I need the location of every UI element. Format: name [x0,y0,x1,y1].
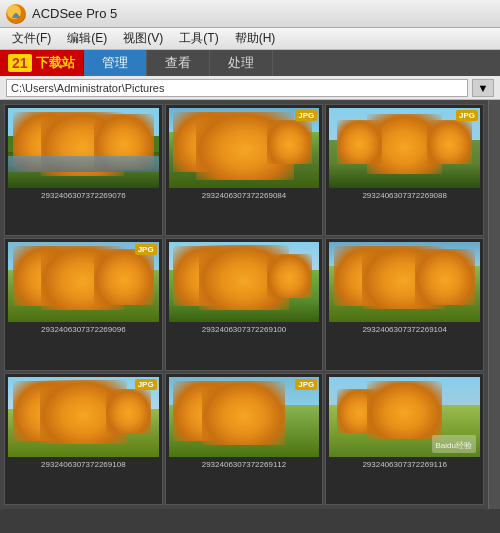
thumb-image-8: JPG [169,377,320,457]
app-title: ACDSee Pro 5 [32,6,117,21]
thumb-image-6 [329,242,480,322]
menu-file[interactable]: 文件(F) [4,28,59,49]
water-1 [8,156,159,172]
address-input[interactable] [6,79,468,97]
tree-right-4 [94,249,154,305]
thumb-cell-2[interactable]: JPG 2932406307372269084 [165,104,324,236]
tab-bar: 21 下载站 管理 查看 处理 [0,50,500,76]
thumb-image-3: JPG [329,108,480,188]
thumb-label-5: 2932406307372269100 [169,325,320,334]
tree-center-9 [367,381,442,439]
thumb-image-7: JPG [8,377,159,457]
tab-view[interactable]: 查看 [147,50,210,76]
thumb-label-7: 2932406307372269108 [8,460,159,469]
thumb-cell-3[interactable]: JPG 2932406307372269088 [325,104,484,236]
thumb-image-1 [8,108,159,188]
tree-left-3 [337,120,382,164]
thumb-cell-4[interactable]: JPG 2932406307372269096 [4,238,163,370]
thumb-cell-7[interactable]: JPG 2932406307372269108 [4,373,163,505]
jpg-badge-4: JPG [135,244,157,255]
baidu-watermark-text: Baidu经验 [436,441,472,450]
thumbnail-grid: 2932406307372269076 JPG 2932406307372269… [0,100,488,509]
title-bar: ACDSee Pro 5 [0,0,500,28]
thumb-cell-6[interactable]: 2932406307372269104 [325,238,484,370]
tree-center-8 [202,381,285,445]
menu-tools[interactable]: 工具(T) [171,28,226,49]
thumb-cell-8[interactable]: JPG 2932406307372269112 [165,373,324,505]
tree-right-7 [106,389,151,433]
jpg-badge-3: JPG [456,110,478,121]
thumb-label-4: 2932406307372269096 [8,325,159,334]
thumb-label-3: 2932406307372269088 [329,191,480,200]
baidu-watermark-area: Baidu经验 [432,435,476,453]
jpg-badge-8: JPG [295,379,317,390]
logo-text: 下载站 [36,54,75,72]
app-icon [6,4,26,24]
address-dropdown-button[interactable]: ▼ [472,79,494,97]
thumb-label-8: 2932406307372269112 [169,460,320,469]
thumb-cell-5[interactable]: 2932406307372269100 [165,238,324,370]
menu-edit[interactable]: 编辑(E) [59,28,115,49]
tree-right-3 [427,120,472,164]
address-bar: ▼ [0,76,500,100]
thumb-label-2: 2932406307372269084 [169,191,320,200]
tab-manage[interactable]: 管理 [84,50,147,76]
scrollbar-panel[interactable] [488,100,500,509]
thumb-cell-1[interactable]: 2932406307372269076 [4,104,163,236]
tab-process[interactable]: 处理 [210,50,273,76]
tree-right-2 [267,120,312,164]
logo-number: 21 [8,54,32,72]
menu-bar: 文件(F) 编辑(E) 视图(V) 工具(T) 帮助(H) [0,28,500,50]
thumb-label-9: 2932406307372269116 [329,460,480,469]
tree-right-6 [415,249,475,305]
thumb-image-5 [169,242,320,322]
main-content: 2932406307372269076 JPG 2932406307372269… [0,100,500,509]
menu-view[interactable]: 视图(V) [115,28,171,49]
jpg-badge-2: JPG [295,110,317,121]
thumb-image-2: JPG [169,108,320,188]
tree-right-5 [267,254,312,298]
thumb-cell-9[interactable]: Baidu经验 2932406307372269116 [325,373,484,505]
jpg-badge-7: JPG [135,379,157,390]
menu-help[interactable]: 帮助(H) [227,28,284,49]
thumb-label-6: 2932406307372269104 [329,325,480,334]
thumb-image-9: Baidu经验 [329,377,480,457]
thumb-label-1: 2932406307372269076 [8,191,159,200]
thumb-image-4: JPG [8,242,159,322]
